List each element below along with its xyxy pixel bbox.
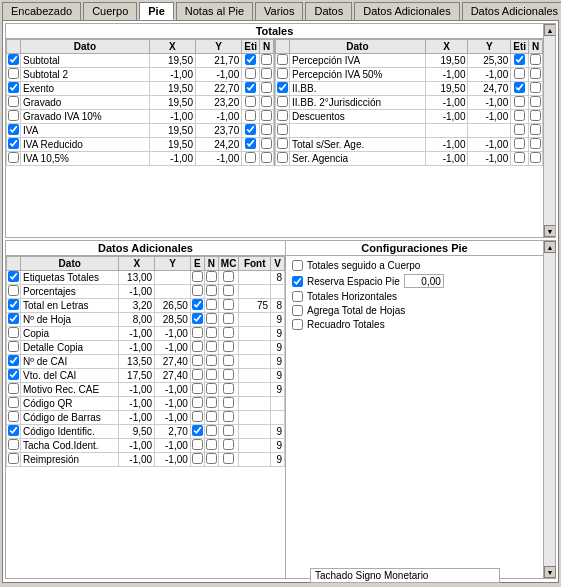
- row-eti[interactable]: [511, 152, 529, 166]
- row-mc[interactable]: [218, 271, 239, 285]
- row-mc[interactable]: [218, 383, 239, 397]
- row-eti[interactable]: [242, 68, 260, 82]
- row-n[interactable]: [260, 68, 274, 82]
- config-checkbox[interactable]: [292, 260, 303, 271]
- row-checkbox[interactable]: [7, 299, 21, 313]
- row-eti[interactable]: [242, 124, 260, 138]
- tab-datos-adicionales-2[interactable]: Datos Adicionales: [462, 2, 561, 20]
- row-checkbox[interactable]: [7, 397, 21, 411]
- row-n[interactable]: [204, 271, 218, 285]
- config-input-value[interactable]: [404, 274, 444, 288]
- row-checkbox[interactable]: [7, 110, 21, 124]
- row-checkbox[interactable]: [7, 285, 21, 299]
- row-checkbox[interactable]: [7, 439, 21, 453]
- row-checkbox[interactable]: [7, 124, 21, 138]
- row-mc[interactable]: [218, 327, 239, 341]
- row-eti[interactable]: [242, 152, 260, 166]
- row-n[interactable]: [204, 425, 218, 439]
- scroll-down-btn-bottom[interactable]: ▼: [544, 566, 556, 578]
- row-e[interactable]: [190, 271, 204, 285]
- row-checkbox[interactable]: [276, 82, 290, 96]
- row-checkbox[interactable]: [276, 152, 290, 166]
- row-checkbox[interactable]: [7, 54, 21, 68]
- tab-notas-al-pie[interactable]: Notas al Pie: [176, 2, 253, 20]
- row-eti[interactable]: [242, 82, 260, 96]
- tab-encabezado[interactable]: Encabezado: [2, 2, 81, 20]
- row-checkbox[interactable]: [276, 68, 290, 82]
- row-n[interactable]: [204, 439, 218, 453]
- row-checkbox[interactable]: [276, 110, 290, 124]
- row-e[interactable]: [190, 355, 204, 369]
- row-n[interactable]: [529, 110, 543, 124]
- row-eti[interactable]: [511, 82, 529, 96]
- scroll-up-btn-top[interactable]: ▲: [544, 24, 556, 36]
- row-n[interactable]: [204, 341, 218, 355]
- row-mc[interactable]: [218, 439, 239, 453]
- row-eti[interactable]: [511, 96, 529, 110]
- row-eti[interactable]: [511, 124, 529, 138]
- row-checkbox[interactable]: [7, 68, 21, 82]
- scroll-up-btn-bottom[interactable]: ▲: [544, 241, 556, 253]
- row-mc[interactable]: [218, 425, 239, 439]
- row-eti[interactable]: [242, 138, 260, 152]
- row-n[interactable]: [204, 411, 218, 425]
- row-n[interactable]: [529, 152, 543, 166]
- row-mc[interactable]: [218, 369, 239, 383]
- row-n[interactable]: [260, 110, 274, 124]
- config-checkbox[interactable]: [292, 276, 303, 287]
- config-checkbox[interactable]: [292, 319, 303, 330]
- row-e[interactable]: [190, 397, 204, 411]
- row-e[interactable]: [190, 453, 204, 467]
- tab-datos-adicionales-1[interactable]: Datos Adicionales: [354, 2, 459, 20]
- row-mc[interactable]: [218, 453, 239, 467]
- row-eti[interactable]: [242, 110, 260, 124]
- row-n[interactable]: [204, 327, 218, 341]
- row-eti[interactable]: [511, 138, 529, 152]
- row-checkbox[interactable]: [7, 453, 21, 467]
- tab-cuerpo[interactable]: Cuerpo: [83, 2, 137, 20]
- row-e[interactable]: [190, 341, 204, 355]
- row-e[interactable]: [190, 285, 204, 299]
- tab-pie[interactable]: Pie: [139, 2, 174, 20]
- row-n[interactable]: [204, 285, 218, 299]
- row-n[interactable]: [204, 383, 218, 397]
- scroll-down-btn-top[interactable]: ▼: [544, 225, 556, 237]
- row-mc[interactable]: [218, 411, 239, 425]
- row-checkbox[interactable]: [7, 82, 21, 96]
- row-checkbox[interactable]: [7, 96, 21, 110]
- row-e[interactable]: [190, 313, 204, 327]
- row-e[interactable]: [190, 383, 204, 397]
- row-eti[interactable]: [511, 68, 529, 82]
- row-checkbox[interactable]: [7, 152, 21, 166]
- row-n[interactable]: [260, 54, 274, 68]
- row-checkbox[interactable]: [7, 138, 21, 152]
- row-n[interactable]: [260, 152, 274, 166]
- row-n[interactable]: [260, 124, 274, 138]
- config-checkbox[interactable]: [292, 305, 303, 316]
- row-n[interactable]: [204, 355, 218, 369]
- row-n[interactable]: [529, 138, 543, 152]
- row-checkbox[interactable]: [7, 313, 21, 327]
- row-checkbox[interactable]: [7, 327, 21, 341]
- row-mc[interactable]: [218, 355, 239, 369]
- tab-datos[interactable]: Datos: [305, 2, 352, 20]
- row-checkbox[interactable]: [7, 369, 21, 383]
- config-checkbox[interactable]: [292, 291, 303, 302]
- row-n[interactable]: [204, 313, 218, 327]
- row-n[interactable]: [204, 397, 218, 411]
- row-e[interactable]: [190, 327, 204, 341]
- tab-varios[interactable]: Varios: [255, 2, 303, 20]
- row-n[interactable]: [204, 299, 218, 313]
- row-n[interactable]: [260, 82, 274, 96]
- row-checkbox[interactable]: [276, 96, 290, 110]
- row-mc[interactable]: [218, 397, 239, 411]
- row-n[interactable]: [260, 138, 274, 152]
- row-checkbox[interactable]: [7, 341, 21, 355]
- row-mc[interactable]: [218, 341, 239, 355]
- row-n[interactable]: [204, 369, 218, 383]
- row-checkbox[interactable]: [276, 54, 290, 68]
- row-n[interactable]: [529, 68, 543, 82]
- row-checkbox[interactable]: [7, 425, 21, 439]
- row-n[interactable]: [529, 82, 543, 96]
- row-e[interactable]: [190, 299, 204, 313]
